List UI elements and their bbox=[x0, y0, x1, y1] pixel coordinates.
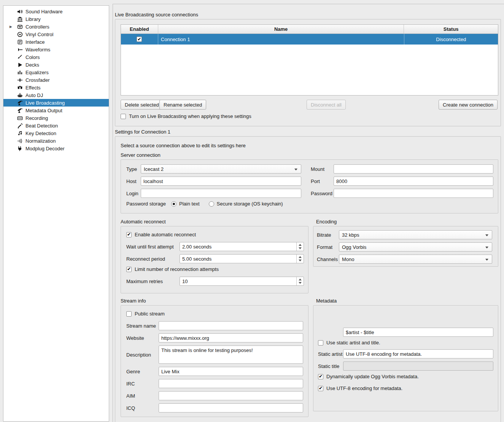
spin-down-icon[interactable] bbox=[297, 281, 304, 285]
sidebar-item-label: Beat Detection bbox=[25, 123, 58, 129]
use-static-checkbox[interactable] bbox=[318, 340, 323, 346]
dynamic-update-checkbox[interactable] bbox=[318, 374, 323, 379]
channels-combobox-value: Mono bbox=[342, 256, 355, 262]
reconnect-period-input[interactable] bbox=[180, 254, 304, 263]
music-note-icon bbox=[17, 130, 23, 136]
play-icon bbox=[17, 62, 23, 68]
column-header-status[interactable]: Status bbox=[404, 25, 498, 33]
connections-table-header: Enabled Name Status bbox=[121, 25, 498, 34]
icq-input[interactable] bbox=[159, 403, 303, 412]
vinyl-icon bbox=[17, 31, 23, 37]
disconnect-all-button[interactable]: Disconnect all bbox=[307, 100, 346, 110]
static-title-input[interactable] bbox=[343, 361, 493, 371]
maximum-retries-spinbox[interactable] bbox=[180, 277, 304, 286]
genre-input[interactable] bbox=[159, 367, 303, 376]
host-input[interactable] bbox=[141, 177, 301, 186]
sidebar-item-colors[interactable]: Colors bbox=[3, 53, 109, 61]
sidebar-item-label: Colors bbox=[25, 54, 40, 60]
sound-waves-icon bbox=[17, 138, 23, 144]
website-input[interactable] bbox=[159, 333, 303, 342]
stream-name-input[interactable] bbox=[159, 321, 303, 330]
static-artist-input[interactable] bbox=[343, 349, 493, 358]
sidebar-item-interface[interactable]: Interface bbox=[3, 38, 109, 46]
description-textarea[interactable]: This stream is online for testing purpos… bbox=[159, 346, 303, 364]
column-header-enabled[interactable]: Enabled bbox=[121, 25, 158, 33]
column-header-name[interactable]: Name bbox=[158, 25, 404, 33]
sidebar-item-decks[interactable]: Decks bbox=[3, 61, 109, 68]
sidebar-item-key-detection[interactable]: Key Detection bbox=[3, 129, 109, 137]
rename-selected-button[interactable]: Rename selected bbox=[159, 100, 206, 110]
bitrate-combobox[interactable]: 32 kbps bbox=[339, 230, 492, 239]
secure-storage-label: Secure storage (OS keychain) bbox=[217, 201, 283, 207]
sidebar-item-controllers[interactable]: ▶Controllers bbox=[3, 23, 109, 30]
limit-attempts-label: Limit number of reconnection attempts bbox=[135, 266, 219, 272]
irc-label: IRC bbox=[126, 381, 159, 387]
settings-group-title: Settings for Connection 1 bbox=[115, 129, 170, 135]
utf8-metadata-checkbox[interactable] bbox=[318, 386, 323, 391]
utf8-metadata-label: Use UTF-8 encoding for metadata. bbox=[326, 385, 402, 391]
sidebar-item-crossfader[interactable]: Crossfader bbox=[3, 76, 109, 84]
secure-storage-radio[interactable] bbox=[209, 201, 214, 207]
speaker-icon bbox=[17, 8, 23, 14]
automatic-reconnect-title: Automatic reconnect bbox=[121, 219, 166, 225]
delete-selected-button[interactable]: Delete selected bbox=[121, 100, 163, 110]
table-row-connection[interactable]: Connection 1 Disconnected bbox=[121, 34, 498, 45]
mount-input[interactable] bbox=[334, 164, 493, 174]
sidebar-item-vinyl-control[interactable]: Vinyl Control bbox=[3, 30, 109, 38]
enable-reconnect-checkbox[interactable] bbox=[126, 232, 132, 237]
controller-icon bbox=[17, 24, 23, 30]
type-combobox[interactable]: Icecast 2 bbox=[141, 164, 301, 174]
sidebar-item-sound-hardware[interactable]: Sound Hardware bbox=[3, 8, 109, 15]
mount-label: Mount bbox=[311, 166, 334, 172]
spin-up-icon[interactable] bbox=[297, 255, 304, 259]
connection-name-cell: Connection 1 bbox=[158, 34, 404, 45]
format-combobox[interactable]: Ogg Vorbis bbox=[339, 242, 492, 252]
connection-enabled-checkbox[interactable] bbox=[137, 37, 142, 42]
spin-down-icon[interactable] bbox=[297, 259, 304, 263]
reconnect-period-spinbox[interactable] bbox=[180, 254, 304, 263]
password-input[interactable] bbox=[334, 189, 493, 198]
sidebar-item-auto-dj[interactable]: Auto DJ bbox=[3, 91, 109, 99]
sidebar-item-label: Equalizers bbox=[25, 70, 49, 75]
spin-down-icon[interactable] bbox=[297, 247, 304, 251]
dynamic-update-label: Dynamically update Ogg Vorbis metadata. bbox=[326, 374, 419, 379]
sidebar-item-beat-detection[interactable]: Beat Detection bbox=[3, 122, 109, 129]
sidebar-item-label: Auto DJ bbox=[25, 92, 43, 98]
sidebar-item-recording[interactable]: Recording bbox=[3, 114, 109, 122]
public-stream-checkbox[interactable] bbox=[126, 311, 132, 317]
sidebar-item-live-broadcasting[interactable]: Live Broadcasting bbox=[3, 99, 109, 107]
interface-icon bbox=[17, 39, 23, 45]
plain-text-radio[interactable] bbox=[171, 201, 176, 207]
static-artist-label: Static artist bbox=[318, 351, 343, 357]
sidebar-item-label: Crossfader bbox=[25, 77, 50, 83]
spin-up-icon[interactable] bbox=[297, 242, 304, 247]
sidebar-item-effects[interactable]: Effects bbox=[3, 84, 109, 91]
sidebar-item-label: Effects bbox=[25, 85, 41, 91]
create-new-connection-button[interactable]: Create new connection bbox=[439, 100, 498, 110]
login-input[interactable] bbox=[141, 189, 301, 198]
port-input[interactable] bbox=[334, 177, 493, 186]
expand-arrow-icon[interactable]: ▶ bbox=[10, 25, 14, 29]
turn-on-broadcasting-checkbox[interactable] bbox=[121, 114, 126, 119]
channels-combobox[interactable]: Mono bbox=[339, 255, 492, 264]
sidebar-item-label: Live Broadcasting bbox=[25, 100, 65, 106]
aim-label: AIM bbox=[126, 393, 159, 399]
aim-input[interactable] bbox=[159, 391, 303, 400]
limit-attempts-checkbox[interactable] bbox=[126, 267, 132, 272]
irc-input[interactable] bbox=[159, 379, 303, 388]
sidebar-item-modplug-decoder[interactable]: Modplug Decoder bbox=[3, 145, 109, 152]
bitrate-label: Bitrate bbox=[317, 232, 339, 238]
sidebar-item-normalization[interactable]: Normalization bbox=[3, 137, 109, 145]
sidebar-item-metadata-output[interactable]: Metadata Output bbox=[3, 107, 109, 114]
spin-up-icon[interactable] bbox=[297, 277, 304, 281]
sidebar-item-label: Decks bbox=[25, 62, 39, 68]
maximum-retries-input[interactable] bbox=[180, 277, 304, 286]
sidebar-item-library[interactable]: Library bbox=[3, 15, 109, 23]
metadata-format-input[interactable] bbox=[343, 328, 493, 337]
description-label: Description bbox=[126, 352, 159, 358]
sidebar-item-equalizers[interactable]: Equalizers bbox=[3, 68, 109, 76]
wait-first-attempt-spinbox[interactable] bbox=[180, 242, 304, 251]
sidebar-item-waveforms[interactable]: Waveforms bbox=[3, 46, 109, 53]
effects-icon bbox=[17, 84, 23, 91]
wait-first-attempt-input[interactable] bbox=[180, 242, 304, 251]
